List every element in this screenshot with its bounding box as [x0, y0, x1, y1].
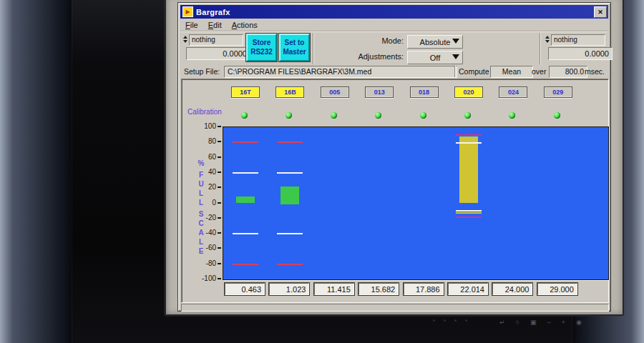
y-tick-mark	[218, 278, 221, 279]
monitor-bezel: ↵○▣−+◉ ▶ Bargrafx ✕ FileEditActions noth…	[72, 0, 572, 343]
channel-led-16B	[286, 112, 292, 119]
y-tick-mark	[218, 202, 221, 204]
channel-reading-024: 24.000	[492, 283, 532, 295]
16B-line-mark	[277, 233, 303, 234]
y-tick-mark	[218, 172, 221, 173]
16B-line-mark	[277, 264, 303, 265]
16T-line-mark	[233, 141, 258, 143]
y-tick-mark	[218, 126, 221, 127]
y-tick-mark	[218, 156, 221, 158]
bargrafx-window: ▶ Bargrafx ✕ FileEditActions nothing 0.0…	[177, 2, 611, 312]
axis-unit-percent: %	[196, 159, 206, 167]
right-value-display: 0.0000	[548, 47, 613, 60]
channel-label-024[interactable]: 024	[499, 86, 527, 98]
compute-method-field[interactable]: Mean	[490, 66, 533, 78]
mode-value: Absolute	[420, 38, 451, 46]
y-tick-mark	[218, 263, 221, 264]
adjustments-dropdown[interactable]: Off	[407, 51, 463, 64]
channel-label-005[interactable]: 005	[321, 86, 349, 98]
axis-word-char: A	[196, 229, 206, 237]
set-to-master-button[interactable]: Set to Master	[279, 34, 310, 61]
left-value-display: 0.0000	[186, 47, 250, 60]
right-selector-spinner[interactable]	[544, 34, 550, 44]
divider	[454, 65, 456, 77]
over-label: over	[532, 67, 546, 76]
divider	[313, 33, 314, 64]
monitor-osd-buttons: ↵○▣−+◉	[499, 317, 614, 328]
y-tick-mark	[218, 232, 221, 234]
window-titlebar: ▶ Bargrafx ✕	[180, 5, 608, 19]
mode-label: Mode:	[343, 36, 404, 45]
left-selector-spinner[interactable]	[182, 34, 188, 44]
channel-led-013	[375, 112, 381, 119]
channel-reading-005: 11.415	[314, 283, 354, 295]
channel-label-018[interactable]: 018	[410, 86, 439, 98]
020-line-mark	[456, 142, 482, 144]
channel-led-16T	[241, 112, 248, 119]
16B-bar-mark	[280, 187, 299, 204]
channel-reading-018: 17.886	[404, 283, 444, 295]
interval-unit-label: msec.	[585, 67, 605, 76]
16T-line-mark	[233, 264, 258, 265]
channel-led-020	[464, 112, 471, 119]
right-selector-field[interactable]: nothing	[551, 34, 605, 46]
graph-panel: Calibration 16T0.46316B1.02300511.415013…	[181, 79, 609, 303]
setup-file-label: Setup File:	[184, 67, 220, 76]
channel-reading-020: 22.014	[448, 283, 488, 295]
bezel-vent-dots	[433, 319, 467, 322]
window-title: Bargrafx	[196, 8, 594, 16]
16B-line-mark	[277, 141, 303, 143]
menu-icon[interactable]: ▣	[530, 319, 537, 326]
channel-label-16T[interactable]: 16T	[231, 86, 260, 98]
chevron-down-icon	[452, 39, 459, 44]
compute-label: Compute	[459, 67, 489, 76]
app-icon: ▶	[182, 6, 193, 17]
stage: ↵○▣−+◉ ▶ Bargrafx ✕ FileEditActions noth…	[0, 0, 644, 343]
menu-bar: FileEditActions	[180, 19, 608, 31]
channel-label-013[interactable]: 013	[365, 86, 394, 98]
y-tick-mark	[218, 247, 221, 249]
channel-reading-029: 29.000	[537, 283, 577, 295]
channel-label-16B[interactable]: 16B	[275, 86, 304, 98]
left-selector-field[interactable]: nothing	[189, 34, 243, 46]
channel-led-018	[420, 112, 426, 119]
channel-reading-16T: 0.463	[225, 283, 265, 295]
channel-label-029[interactable]: 029	[544, 86, 572, 98]
menu-item-actions[interactable]: Actions	[227, 20, 263, 30]
bar-graph	[223, 126, 609, 280]
menu-item-edit[interactable]: Edit	[203, 20, 227, 30]
channel-led-024	[509, 112, 515, 119]
axis-word-char: L	[196, 199, 206, 207]
16T-bar-mark	[236, 197, 255, 204]
interval-field[interactable]: 800.0	[549, 66, 587, 78]
y-tick-mark	[218, 187, 221, 188]
020-line-mark	[456, 217, 482, 218]
adjustments-label: Adjustments:	[343, 52, 404, 61]
minus-button[interactable]: −	[547, 319, 551, 326]
channel-label-020[interactable]: 020	[454, 86, 483, 98]
16T-line-mark	[233, 233, 258, 234]
channel-reading-16B: 1.023	[269, 283, 309, 295]
monitor-screen: ▶ Bargrafx ✕ FileEditActions nothing 0.0…	[165, 0, 624, 316]
close-button[interactable]: ✕	[594, 6, 607, 18]
return-icon[interactable]: ↵	[499, 319, 505, 326]
020-bar-mark	[459, 136, 478, 204]
menu-item-file[interactable]: File	[180, 20, 203, 30]
store-rs232-button[interactable]: Store RS232	[246, 34, 277, 61]
mode-dropdown[interactable]: Absolute	[407, 35, 463, 49]
16B-line-mark	[277, 172, 303, 174]
power-icon[interactable]: ◉	[576, 319, 582, 326]
chevron-down-icon	[452, 54, 459, 59]
y-tick-100: 100	[185, 122, 216, 130]
auto-icon[interactable]: ○	[516, 319, 519, 326]
axis-word-char: S	[196, 210, 206, 218]
plus-button[interactable]: +	[562, 319, 565, 326]
status-bar	[181, 304, 609, 312]
setup-file-path[interactable]: C:\PROGRAM FILES\BARGRAFX\3M.med	[224, 66, 457, 78]
y-tick-80: 80	[185, 137, 216, 145]
adjustments-value: Off	[430, 54, 440, 62]
020-line-mark	[456, 134, 482, 136]
y-tick--100: -100	[185, 274, 216, 282]
axis-word-char: F	[196, 171, 206, 179]
y-tick-mark	[218, 141, 221, 142]
